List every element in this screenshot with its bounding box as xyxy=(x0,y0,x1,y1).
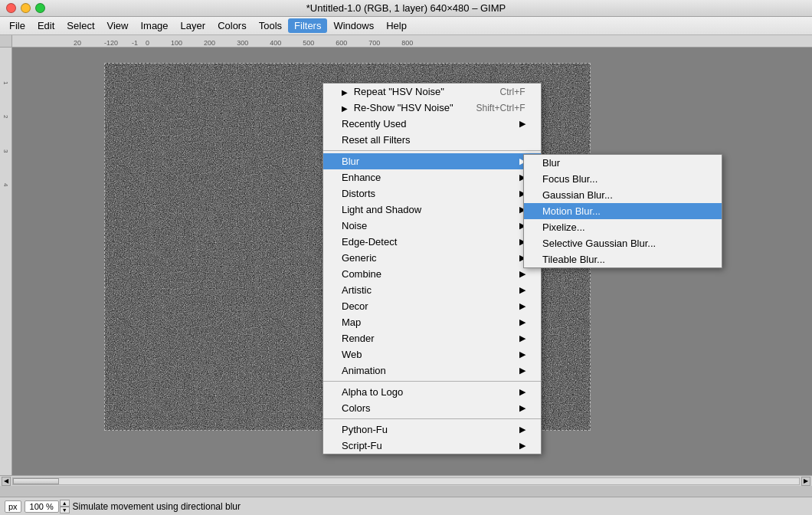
filters-decor[interactable]: Decor ▶ xyxy=(323,298,541,314)
filters-combine[interactable]: Combine ▶ xyxy=(323,266,541,282)
menu-file[interactable]: File xyxy=(3,18,31,33)
filters-repeat-hsv[interactable]: ▶ Repeat "HSV Noise" Ctrl+F xyxy=(323,84,541,100)
menu-filters[interactable]: Filters xyxy=(288,18,327,33)
menu-select[interactable]: Select xyxy=(61,18,100,33)
filters-map[interactable]: Map ▶ xyxy=(323,314,541,330)
window-controls[interactable] xyxy=(6,3,45,13)
zoom-stepper[interactable]: ▲ ▼ xyxy=(60,500,70,513)
filters-python-fu[interactable]: Python-Fu ▶ xyxy=(323,422,541,438)
blur-submenu: Blur Focus Blur... Gaussian Blur... Moti… xyxy=(523,154,722,268)
blur-blur[interactable]: Blur xyxy=(524,155,722,171)
separator-3 xyxy=(323,418,541,419)
filters-distorts[interactable]: Distorts ▶ xyxy=(323,185,541,202)
menu-tools[interactable]: Tools xyxy=(253,18,288,33)
filters-generic[interactable]: Generic ▶ xyxy=(323,250,541,266)
filters-reshow-hsv[interactable]: ▶ Re-Show "HSV Noise" Shift+Ctrl+F xyxy=(323,100,541,116)
zoom-down-button[interactable]: ▼ xyxy=(60,507,70,513)
blur-selective-gaussian[interactable]: Selective Gaussian Blur... xyxy=(524,235,722,251)
maximize-button[interactable] xyxy=(35,3,45,13)
menu-view[interactable]: View xyxy=(101,18,135,33)
menu-edit[interactable]: Edit xyxy=(31,18,61,33)
close-button[interactable] xyxy=(6,3,16,13)
window-title: *Untitled-1.0 (RGB, 1 layer) 640×480 – G… xyxy=(306,2,506,14)
filters-render[interactable]: Render ▶ xyxy=(323,330,541,346)
zoom-unit-selector[interactable]: px xyxy=(5,500,21,513)
filters-reset-all[interactable]: Reset all Filters xyxy=(323,132,541,148)
blur-tileable[interactable]: Tileable Blur... xyxy=(524,251,722,267)
scroll-right-button[interactable]: ▶ xyxy=(801,477,810,486)
menu-help[interactable]: Help xyxy=(380,18,413,33)
filters-enhance[interactable]: Enhance ▶ xyxy=(323,169,541,185)
filters-recently-used[interactable]: Recently Used ▶ xyxy=(323,116,541,132)
scrollbar-horizontal[interactable]: ◀ ▶ xyxy=(0,475,812,486)
blur-motion[interactable]: Motion Blur... xyxy=(524,203,722,219)
filters-animation[interactable]: Animation ▶ xyxy=(323,362,541,379)
blur-pixelize[interactable]: Pixelize... xyxy=(524,219,722,235)
zoom-input[interactable] xyxy=(25,500,59,513)
filters-colors[interactable]: Colors ▶ xyxy=(323,400,541,416)
minimize-button[interactable] xyxy=(21,3,31,13)
separator-1 xyxy=(323,150,541,151)
blur-focus[interactable]: Focus Blur... xyxy=(524,171,722,187)
menu-layer[interactable]: Layer xyxy=(175,18,212,33)
filters-script-fu[interactable]: Script-Fu ▶ xyxy=(323,438,541,454)
separator-2 xyxy=(323,381,541,382)
filters-blur[interactable]: Blur ▶ xyxy=(323,153,541,169)
filters-menu: ▶ Repeat "HSV Noise" Ctrl+F ▶ Re-Show "H… xyxy=(323,83,542,454)
statusbar: px ▲ ▼ Simulate movement using direction… xyxy=(0,497,812,515)
scroll-left-button[interactable]: ◀ xyxy=(2,477,11,486)
filters-alpha-to-logo[interactable]: Alpha to Logo ▶ xyxy=(323,384,541,400)
filters-edge-detect[interactable]: Edge-Detect ▶ xyxy=(323,234,541,250)
filters-artistic[interactable]: Artistic ▶ xyxy=(323,282,541,298)
status-message: Simulate movement using directional blur xyxy=(73,501,807,512)
ruler-corner xyxy=(0,35,12,48)
filters-web[interactable]: Web ▶ xyxy=(323,346,541,362)
main-area: 1 2 3 4 ▶ Repeat "HSV Noise" Ctrl+F ▶ R xyxy=(0,48,812,475)
ruler-horizontal: 20 -120 -1 0 100 200 300 400 500 600 700… xyxy=(0,35,812,48)
scrollbar-thumb[interactable] xyxy=(13,478,59,484)
filters-noise[interactable]: Noise ▶ xyxy=(323,218,541,234)
blur-gaussian[interactable]: Gaussian Blur... xyxy=(524,187,722,203)
scrollbar-track xyxy=(12,477,800,485)
menubar: File Edit Select View Image Layer Colors… xyxy=(0,17,812,35)
titlebar: *Untitled-1.0 (RGB, 1 layer) 640×480 – G… xyxy=(0,0,812,17)
menu-image[interactable]: Image xyxy=(134,18,174,33)
ruler-vertical: 1 2 3 4 xyxy=(0,48,12,475)
zoom-up-button[interactable]: ▲ xyxy=(60,500,70,507)
menu-colors[interactable]: Colors xyxy=(211,18,253,33)
menu-windows[interactable]: Windows xyxy=(327,18,380,33)
filters-light-and-shadow[interactable]: Light and Shadow ▶ xyxy=(323,202,541,218)
canvas-area: ▶ Repeat "HSV Noise" Ctrl+F ▶ Re-Show "H… xyxy=(12,48,812,475)
